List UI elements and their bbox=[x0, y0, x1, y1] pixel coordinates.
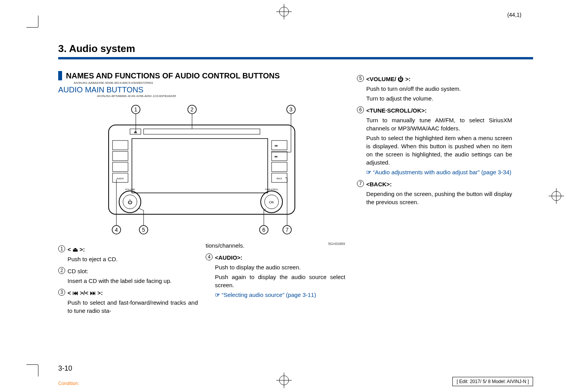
svg-text:VOLUME: VOLUME bbox=[125, 188, 135, 191]
registration-mark-bottom bbox=[276, 373, 292, 388]
volume-knob: VOLUME ⏻ bbox=[119, 188, 141, 213]
svg-rect-24 bbox=[272, 140, 287, 150]
item-label: < ⏏ >: bbox=[68, 246, 85, 253]
item-text: Depending on the screen, pushing the but… bbox=[366, 190, 512, 206]
ok-label: OK bbox=[269, 200, 274, 204]
subsection-id: AIVINJN1-BF54B88E-4C49-415B-A092-1CE4DFB… bbox=[97, 94, 345, 98]
chapter-title: 3. Audio system bbox=[58, 43, 533, 55]
item-text: Push to select the highlighted item when… bbox=[366, 134, 512, 167]
subsection-title: AUDIO MAIN BUTTONS bbox=[58, 85, 345, 94]
list-item: 7 <BACK>: Depending on the screen, pushi… bbox=[357, 180, 512, 206]
eject-icon: ⏏ bbox=[134, 130, 137, 134]
chapter-rule bbox=[58, 57, 533, 59]
svg-line-40 bbox=[139, 208, 144, 210]
item-label: <BACK>: bbox=[366, 181, 392, 187]
page-number: 3-10 bbox=[58, 364, 72, 373]
list-item: 6 <TUNE·SCROLL/OK>: Turn to manually tun… bbox=[357, 106, 512, 176]
pointer-icon: ☞ bbox=[215, 291, 220, 298]
callout-5: 5 bbox=[142, 227, 145, 233]
section-id: AIVINJN1-AABAE45E-5D0B-46C4-B8C5-63D6B37… bbox=[74, 81, 345, 85]
crop-mark bbox=[38, 16, 38, 27]
cross-reference-link: “Audio adjustments with audio adjust bar… bbox=[373, 169, 511, 175]
svg-rect-21 bbox=[113, 151, 128, 161]
list-item: 4 <AUDIO>: Push to display the audio scr… bbox=[206, 253, 345, 299]
crop-mark bbox=[26, 27, 38, 28]
edit-info-box: [ Edit: 2017/ 5/ 8 Model: AIVINJ-N ] bbox=[452, 377, 533, 386]
item-label: <AUDIO>: bbox=[215, 254, 242, 261]
item-text: Turn to manually tune AM/FM, to select S… bbox=[366, 116, 512, 132]
callout-7: 7 bbox=[286, 227, 289, 233]
list-item: 2 CD slot: Insert a CD with the label si… bbox=[58, 267, 198, 285]
pointer-icon: ☞ bbox=[366, 169, 371, 175]
column-middle: tions/channels. 5GA0199X 4 <AUDIO>: Push… bbox=[206, 241, 345, 315]
item-text: Push to display the audio screen. bbox=[215, 263, 345, 271]
item-text: Push to eject a CD. bbox=[68, 255, 198, 263]
svg-text:TUNE·SCROLL: TUNE·SCROLL bbox=[265, 188, 278, 191]
next-icon: ⏭ bbox=[275, 155, 278, 158]
item-label: <TUNE·SCROLL/OK>: bbox=[366, 107, 427, 114]
column-left: 1 < ⏏ >: Push to eject a CD. 2 CD slot: … bbox=[58, 241, 198, 315]
page-coordinate: (44,1) bbox=[507, 12, 521, 18]
image-reference: 5GA0199X bbox=[328, 241, 345, 250]
item-number: 2 bbox=[58, 267, 65, 274]
svg-rect-22 bbox=[113, 162, 128, 172]
continuation-text: tions/channels. bbox=[206, 241, 244, 250]
callout-3: 3 bbox=[289, 106, 293, 113]
audio-button-label: AUDIO bbox=[116, 177, 124, 180]
item-text: Push to select and fast-forward/rewind t… bbox=[68, 298, 198, 315]
callout-2: 2 bbox=[190, 106, 194, 113]
item-label: CD slot: bbox=[68, 268, 88, 274]
back-button-label: BACK bbox=[277, 177, 282, 180]
item-number: 1 bbox=[58, 245, 65, 252]
item-number: 6 bbox=[357, 106, 364, 113]
list-item: 1 < ⏏ >: Push to eject a CD. bbox=[58, 245, 198, 263]
item-label: < ⏮ >/< ⏭ >: bbox=[68, 290, 103, 296]
audio-unit-diagram: 1 2 3 ⏏ bbox=[93, 102, 310, 238]
item-text: Push to turn on/off the audio system. bbox=[366, 85, 512, 93]
item-number: 5 bbox=[357, 75, 364, 82]
page-content: 3. Audio system NAMES AND FUNCTIONS OF A… bbox=[58, 43, 533, 357]
item-text: Push again to display the audio source s… bbox=[215, 273, 345, 289]
prev-icon: ⏮ bbox=[275, 144, 278, 147]
svg-rect-20 bbox=[113, 140, 128, 150]
registration-mark-top bbox=[276, 4, 292, 19]
registration-mark-right bbox=[549, 188, 564, 204]
item-text: Insert a CD with the label side facing u… bbox=[68, 277, 198, 285]
power-icon: ⏻ bbox=[128, 199, 132, 205]
svg-rect-25 bbox=[272, 151, 287, 161]
item-number: 4 bbox=[206, 253, 213, 260]
crop-mark bbox=[38, 365, 38, 376]
callout-4: 4 bbox=[115, 227, 118, 233]
tune-knob: TUNE·SCROLL OK bbox=[261, 188, 282, 213]
cross-reference-link: “Selecting audio source” (page 3-11) bbox=[222, 291, 316, 298]
column-right: 5 <VOLUME/ ⏻ >: Push to turn on/off the … bbox=[357, 71, 512, 315]
section-title: NAMES AND FUNCTIONS OF AUDIO CONTROL BUT… bbox=[58, 71, 345, 80]
item-text: Turn to adjust the volume. bbox=[366, 94, 512, 102]
condition-label: Condition: bbox=[58, 381, 79, 386]
svg-rect-26 bbox=[272, 162, 287, 172]
item-label: <VOLUME/ ⏻ >: bbox=[366, 76, 410, 82]
list-item: 5 <VOLUME/ ⏻ >: Push to turn on/off the … bbox=[357, 75, 512, 102]
callout-1: 1 bbox=[134, 106, 137, 113]
list-item: 3 < ⏮ >/< ⏭ >: Push to select and fast-f… bbox=[58, 289, 198, 315]
crop-mark bbox=[26, 364, 38, 365]
svg-rect-19 bbox=[132, 139, 268, 193]
callout-6: 6 bbox=[262, 227, 265, 233]
item-number: 3 bbox=[58, 289, 65, 296]
svg-rect-17 bbox=[144, 129, 260, 134]
item-number: 7 bbox=[357, 180, 364, 187]
